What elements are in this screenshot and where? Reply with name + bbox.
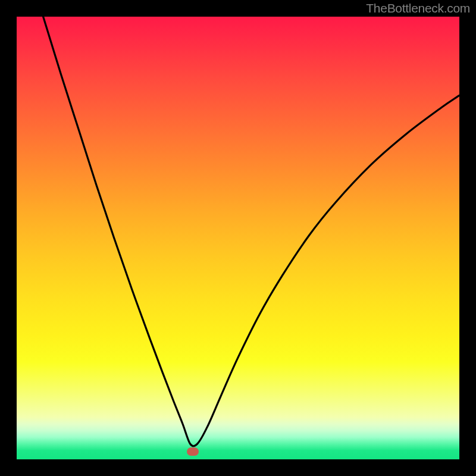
- plot-area: [17, 17, 459, 459]
- optimal-point-marker: [187, 447, 199, 456]
- watermark-text: TheBottleneck.com: [366, 1, 470, 15]
- chart-frame: TheBottleneck.com: [0, 0, 476, 476]
- bottleneck-curve: [17, 17, 459, 459]
